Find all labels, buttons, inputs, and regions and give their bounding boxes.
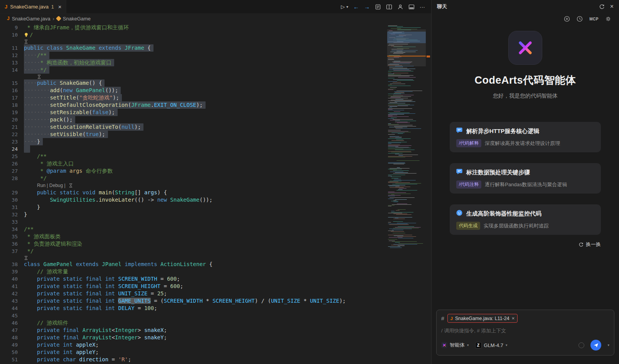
code-line[interactable]: 22········setVisible(true); — [0, 131, 387, 138]
new-session-icon[interactable] — [564, 16, 570, 22]
inline-action-row[interactable] — [0, 255, 387, 261]
code-line[interactable]: 40 private static final int SCREEN_WIDTH… — [0, 275, 387, 283]
code-line[interactable]: 28 */ — [0, 175, 387, 182]
navigate-back-icon[interactable]: ← — [353, 3, 359, 10]
suggestion-card-explain[interactable]: 解析异步HTTP服务核心逻辑 /代码解释 深度解读高并发请求处理设计原理 — [450, 122, 601, 152]
code-line[interactable]: 47 private final ArrayList<Integer> snak… — [0, 327, 387, 334]
breadcrumb-file[interactable]: SnakeGame.java — [12, 16, 51, 22]
settings-gear-icon[interactable] — [605, 16, 611, 22]
code-line[interactable]: 46 // 游戏组件 — [0, 319, 387, 327]
code-editor[interactable]: 9 * 继承自JFrame，提供游戏窗口和主循环10/11public clas… — [0, 23, 387, 364]
lightbulb-icon[interactable] — [24, 32, 29, 37]
chat-input-box[interactable]: # J SnakeGame.java: L11-24 × / 调用快捷指令, #… — [436, 310, 614, 356]
code-line[interactable]: 15····public SnakeGame() { — [0, 79, 387, 87]
suggestion-card-generate[interactable]: 生成高阶装饰器性能监控代码 代码生成 实现多层级函数执行耗时追踪 — [450, 204, 601, 235]
code-token: setDefaultCloseOperation — [50, 102, 128, 108]
codearts-pilot-icon[interactable] — [397, 4, 403, 10]
code-line[interactable]: 38class GamePanel extends JPanel impleme… — [0, 261, 387, 268]
code-line[interactable]: 12····/** — [0, 52, 387, 59]
code-line[interactable]: 42 private static final int UNIT_SIZE = … — [0, 290, 387, 297]
code-line[interactable]: 17········setTitle("贪吃蛇游戏"); — [0, 94, 387, 101]
code-line[interactable]: 41 private static final int SCREEN_HEIGH… — [0, 283, 387, 290]
code-line[interactable]: 18········setDefaultCloseOperation(JFram… — [0, 101, 387, 109]
code-line[interactable]: 11public class SnakeGame extends JFrame … — [0, 44, 387, 52]
codelens-run-debug[interactable]: Run | Debug | — [37, 183, 67, 189]
code-line[interactable]: 13·····* 构造函数，初始化游戏窗口 — [0, 59, 387, 66]
code-line[interactable]: 29 public static void main(String[] args… — [0, 189, 387, 196]
layout-icon[interactable] — [408, 4, 415, 10]
code-line[interactable]: 32} — [0, 211, 387, 218]
minimap-line — [388, 199, 394, 199]
close-panel-icon[interactable]: × — [610, 3, 614, 10]
send-button[interactable] — [590, 340, 601, 351]
code-line[interactable]: 51 private char direction = 'R'; — [0, 356, 387, 363]
minimap-line — [392, 204, 412, 205]
code-line[interactable]: 31 } — [0, 204, 387, 211]
suggestion-card-comment[interactable]: 标注数据预处理关键步骤 /代码注释 逐行解释Pandas数据清洗与聚合逻辑 — [450, 163, 601, 194]
code-line[interactable]: 37 */ — [0, 248, 387, 255]
split-editor-icon[interactable] — [386, 4, 392, 10]
minimap-line — [388, 84, 392, 85]
code-line[interactable]: 10/ — [0, 31, 387, 39]
code-token: ) / ( — [255, 298, 271, 304]
chat-input-placeholder[interactable]: / 调用快捷指令, # 添加上下文 — [441, 327, 609, 334]
code-line[interactable]: 39 // 游戏常量 — [0, 268, 387, 275]
run-button[interactable]: ▷ — [341, 4, 345, 10]
code-line[interactable]: 36 * 负责游戏逻辑和渲染 — [0, 240, 387, 248]
code-line[interactable]: 44 private static final int DELAY = 100; — [0, 305, 387, 312]
code-line[interactable]: 14·····*/ — [0, 66, 387, 74]
notebook-icon[interactable] — [375, 4, 381, 10]
tab-close-icon[interactable]: × — [58, 3, 62, 10]
shuffle-suggestions-button[interactable]: 换一换 — [450, 241, 601, 248]
minimap-line — [387, 174, 426, 174]
agent-selector[interactable]: 智能体 ▾ — [441, 342, 469, 349]
code-line[interactable]: 45 — [0, 312, 387, 319]
code-line[interactable]: 25 /** — [0, 153, 387, 160]
code-line[interactable]: 21········setLocationRelativeTo(null); — [0, 123, 387, 131]
model-selector[interactable]: Z GLM-4.7 ▾ — [475, 342, 508, 349]
context-chip[interactable]: J SnakeGame.java: L11-24 × — [447, 314, 518, 323]
run-dropdown-icon[interactable]: ▾ — [346, 5, 348, 9]
code-line[interactable]: 33 — [0, 218, 387, 226]
minimap-line — [390, 181, 401, 181]
code-line[interactable]: 30 SwingUtilities.invokeLater(() -> new … — [0, 196, 387, 204]
codearts-inline-icon[interactable] — [24, 256, 28, 260]
code-line[interactable]: 50 private int appleY; — [0, 349, 387, 356]
code-line[interactable]: 16········add(new GamePanel()); — [0, 87, 387, 94]
code-token: ····· — [24, 59, 40, 66]
inline-action-row[interactable] — [0, 74, 387, 79]
code-token: private — [37, 356, 63, 362]
code-line[interactable]: 20········pack(); — [0, 116, 387, 123]
tab-snakegame[interactable]: J SnakeGame.java 1 × — [0, 0, 66, 13]
minimap[interactable] — [387, 23, 426, 364]
code-line[interactable]: 19········setResizable(false); — [0, 109, 387, 116]
code-line[interactable]: 43 private static final int GAME_UNITS =… — [0, 297, 387, 305]
code-line[interactable]: 9 * 继承自JFrame，提供游戏窗口和主循环 — [0, 24, 387, 31]
minimap-line — [397, 236, 416, 237]
refresh-panel-icon[interactable] — [599, 4, 605, 10]
code-line[interactable]: 23····} — [0, 138, 387, 145]
code-line[interactable]: 35 * 游戏面板类 — [0, 233, 387, 240]
code-line[interactable]: 48 private final ArrayList<Integer> snak… — [0, 334, 387, 341]
code-line[interactable]: 27 * @param args 命令行参数 — [0, 167, 387, 175]
more-actions-icon[interactable]: ··· — [420, 4, 425, 10]
code-line[interactable]: 34/** — [0, 226, 387, 233]
chip-close-icon[interactable]: × — [512, 315, 515, 321]
history-icon[interactable] — [577, 16, 583, 22]
codelens-row[interactable]: Run | Debug | — [0, 182, 387, 189]
overview-ruler[interactable] — [426, 23, 431, 364]
code-line[interactable]: 26 * 游戏主入口 — [0, 160, 387, 167]
add-context-hash[interactable]: # — [441, 315, 444, 322]
code-token — [24, 356, 37, 362]
code-line[interactable]: 24 — [0, 145, 387, 153]
send-options-icon[interactable]: ▾ — [607, 343, 609, 347]
code-line[interactable]: 49 private int appleX; — [0, 341, 387, 349]
codearts-inline-icon[interactable] — [24, 39, 28, 44]
navigate-forward-icon[interactable]: → — [364, 3, 370, 10]
codearts-inline-icon[interactable] — [69, 183, 73, 188]
codearts-inline-icon[interactable] — [37, 74, 41, 79]
status-circle-icon[interactable] — [579, 342, 584, 348]
breadcrumb-symbol[interactable]: SnakeGame — [63, 16, 91, 22]
mcp-icon[interactable]: MCP — [589, 17, 599, 21]
inline-action-row[interactable] — [0, 39, 387, 44]
